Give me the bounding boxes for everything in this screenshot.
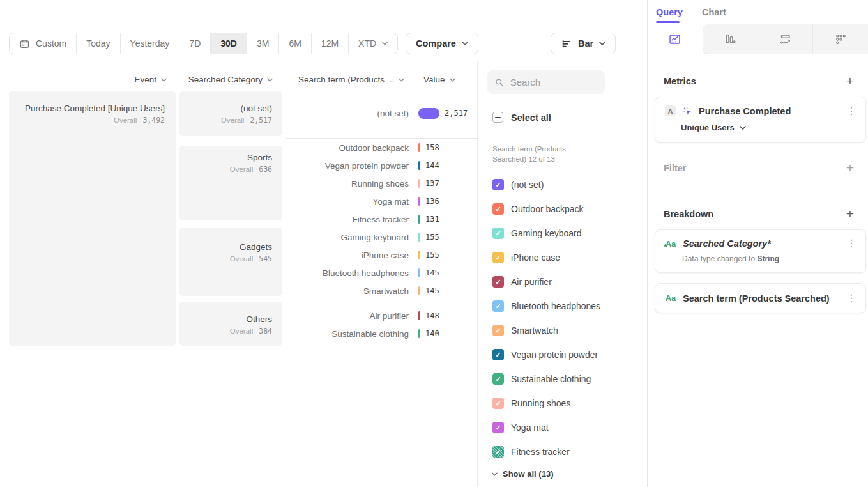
value-bar[interactable] <box>418 215 420 224</box>
legend-item[interactable]: ✓Running shoes <box>478 391 647 415</box>
show-all-toggle[interactable]: Show all (13) <box>492 469 647 479</box>
category-cell-others[interactable]: Others Overall384 <box>179 302 282 346</box>
value-bar[interactable] <box>418 143 420 152</box>
metric-card[interactable]: A Purchase Completed ⋮ Unique Users <box>655 97 866 143</box>
table-row[interactable]: Bluetooth headphones145 <box>286 264 477 282</box>
value-bar[interactable] <box>418 251 420 259</box>
table-row[interactable]: Running shoes137 <box>286 174 477 192</box>
tab-query[interactable]: Query <box>656 7 683 17</box>
column-header-searched-category[interactable]: Searched Category <box>179 75 273 84</box>
date-range-custom[interactable]: Custom <box>10 33 77 54</box>
add-filter-button[interactable]: + <box>846 163 854 173</box>
table-row[interactable]: Outdoor backpack158 <box>286 139 477 157</box>
legend-item[interactable]: ✓Gaming keyboard <box>478 221 647 245</box>
value-bar[interactable] <box>418 311 420 320</box>
table-row[interactable]: Yoga mat136 <box>286 192 477 210</box>
category-cell-not-set[interactable]: (not set) Overall2,517 <box>179 91 282 136</box>
value-bar[interactable] <box>418 286 420 295</box>
kebab-menu-icon[interactable]: ⋮ <box>846 293 857 304</box>
funnel-bars-icon <box>723 33 736 46</box>
kebab-menu-icon[interactable]: ⋮ <box>846 106 857 116</box>
series-checkbox[interactable]: ✓ <box>492 349 504 360</box>
series-checkbox[interactable]: ✓ <box>492 325 504 336</box>
legend-item[interactable]: ✓Air purifier <box>478 270 647 294</box>
select-all-checkbox-indeterminate[interactable] <box>492 112 503 123</box>
legend-item[interactable]: ✓Bluetooth headphones <box>478 294 647 318</box>
category-cell-gadgets[interactable]: Gadgets Overall545 <box>179 228 282 296</box>
date-range-3m[interactable]: 3M <box>247 33 279 54</box>
add-metric-button[interactable]: + <box>846 76 854 86</box>
series-checkbox[interactable]: ✓ <box>492 422 504 433</box>
breakdown-card-search-term[interactable]: Aa Search term (Products Searched) ⋮ <box>655 283 866 313</box>
legend-item[interactable]: ✓Yoga mat <box>478 415 647 440</box>
legend-item[interactable]: ✓Outdoor backpack <box>478 197 647 221</box>
add-breakdown-button[interactable]: + <box>846 209 854 219</box>
date-range-6m[interactable]: 6M <box>279 33 311 54</box>
table-row[interactable]: Air purifier148 <box>286 307 477 325</box>
column-header-event[interactable]: Event <box>9 75 167 84</box>
legend-caption: Search term (Products Searched) 12 of 13 <box>492 144 647 164</box>
date-range-7d[interactable]: 7D <box>179 33 211 54</box>
series-checkbox[interactable]: ✓ <box>492 373 504 385</box>
select-all-label: Select all <box>511 112 551 123</box>
table-row[interactable]: (not set)2,517 <box>286 104 477 122</box>
date-range-xtd[interactable]: XTD <box>349 33 397 54</box>
select-all-row[interactable]: Select all <box>492 112 647 123</box>
value-bar[interactable] <box>418 108 439 119</box>
legend-item[interactable]: ✓Vegan protein powder <box>478 343 647 367</box>
tab-chart[interactable]: Chart <box>702 7 726 17</box>
legend-items: ✓(not set) ✓Outdoor backpack ✓Gaming key… <box>478 173 647 464</box>
legend-item[interactable]: ✓Smartwatch <box>478 318 647 343</box>
report-type-insights[interactable] <box>648 24 703 54</box>
kebab-menu-icon[interactable]: ⋮ <box>846 238 857 249</box>
legend-item[interactable]: ✓iPhone case <box>478 245 647 270</box>
legend-item[interactable]: ✓Sustainable clothing <box>478 367 647 391</box>
series-checkbox[interactable]: ✓ <box>492 300 504 312</box>
event-cell[interactable]: Purchase Completed [Unique Users] Overal… <box>9 91 176 346</box>
table-row[interactable]: Fitness tracker131 <box>286 210 477 228</box>
table-row[interactable]: Smartwatch145 <box>286 282 477 300</box>
date-range-yesterday[interactable]: Yesterday <box>121 33 180 54</box>
table-row[interactable]: iPhone case155 <box>286 246 477 264</box>
table-row[interactable]: Vegan protein powder144 <box>286 157 477 174</box>
column-header-search-term[interactable]: Search term (Products ... <box>286 75 404 84</box>
chart-type-selector[interactable]: Bar <box>551 33 616 54</box>
report-type-flows[interactable] <box>758 24 813 54</box>
series-checkbox[interactable]: ✓ <box>492 276 504 288</box>
compare-button[interactable]: Compare <box>406 33 478 54</box>
chevron-down-icon <box>161 78 167 82</box>
value-bar[interactable] <box>418 233 420 242</box>
date-range-12m[interactable]: 12M <box>312 33 349 54</box>
series-checkbox[interactable]: ✓ <box>492 446 504 458</box>
report-type-funnels[interactable] <box>703 24 758 54</box>
measure-selector[interactable]: Unique Users <box>681 123 865 132</box>
value-bar[interactable] <box>418 197 420 206</box>
value-bar[interactable] <box>418 179 420 188</box>
value-bar[interactable] <box>418 161 420 170</box>
column-header-value[interactable]: Value <box>423 75 455 84</box>
legend-item[interactable]: ✓(not set) <box>478 173 647 197</box>
search-input[interactable] <box>510 77 597 88</box>
breakdown-card-searched-category[interactable]: Aa* Searched Category* ⋮ Data type chang… <box>655 229 866 273</box>
category-cell-sports[interactable]: Sports Overall636 <box>179 146 282 220</box>
data-type-note: Data type changed to String <box>682 254 865 263</box>
series-checkbox[interactable]: ✓ <box>492 179 504 190</box>
breakdown-property-name: Searched Category* <box>683 238 840 249</box>
report-type-retention[interactable] <box>812 24 868 54</box>
calendar-icon <box>19 38 30 49</box>
table-row[interactable]: Gaming keyboard155 <box>286 228 477 246</box>
table-row[interactable]: Sustainable clothing140 <box>286 325 477 343</box>
legend-item[interactable]: ✓Fitness tracker <box>478 440 647 464</box>
chevron-down-icon <box>599 42 605 45</box>
series-checkbox[interactable]: ✓ <box>492 252 504 263</box>
date-range-30d-active[interactable]: 30D <box>211 33 247 54</box>
value-bar[interactable] <box>418 329 420 338</box>
date-range-today[interactable]: Today <box>77 33 120 54</box>
flows-icon <box>779 33 792 46</box>
date-range-segmented-control: Custom Today Yesterday 7D 30D 3M 6M 12M … <box>9 33 398 54</box>
series-checkbox[interactable]: ✓ <box>492 398 504 409</box>
value-bar[interactable] <box>418 268 420 277</box>
series-legend-panel: Select all Search term (Products Searche… <box>477 61 647 487</box>
series-checkbox[interactable]: ✓ <box>492 203 504 215</box>
series-checkbox[interactable]: ✓ <box>492 228 504 239</box>
